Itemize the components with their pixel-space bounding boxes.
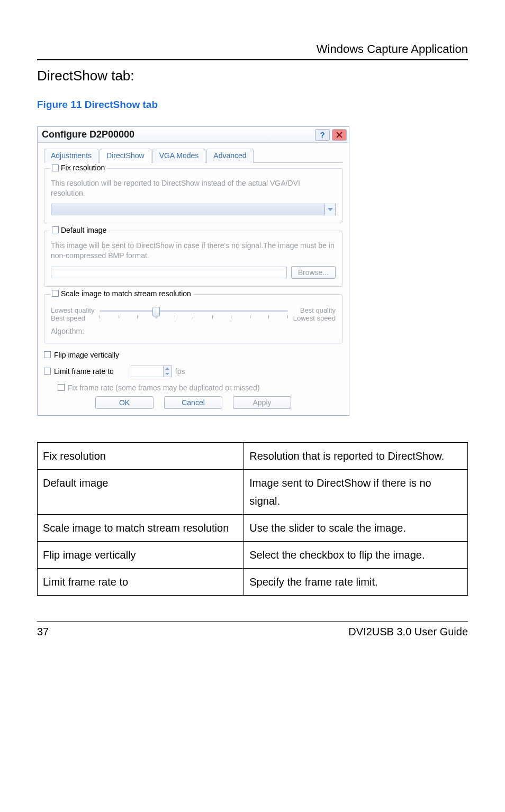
default-image-checkbox[interactable]: [52, 226, 59, 233]
figure-caption: Figure 11 DirectShow tab: [37, 99, 468, 111]
tab-directshow[interactable]: DirectShow: [100, 149, 151, 163]
chevron-up-icon[interactable]: [164, 366, 172, 371]
scale-image-legend: Scale image to match stream resolution: [61, 289, 191, 298]
default-image-legend: Default image: [61, 226, 106, 234]
tab-adjustments[interactable]: Adjustments: [44, 149, 98, 163]
table-row: Limit frame rate toSpecify the frame rat…: [38, 568, 468, 595]
fix-resolution-group: Fix resolution This resolution will be r…: [44, 168, 342, 223]
scale-right-top: Best quality: [300, 306, 336, 314]
cancel-button[interactable]: Cancel: [164, 396, 222, 409]
scale-left-top: Lowest quality: [51, 306, 94, 314]
browse-button[interactable]: Browse...: [291, 266, 336, 279]
page-number: 37: [37, 626, 49, 638]
table-row: Flip image verticallySelect the checkbox…: [38, 541, 468, 568]
footer-guide: DVI2USB 3.0 User Guide: [348, 626, 468, 638]
fix-frame-rate-label: Fix frame rate (some frames may be dupli…: [68, 384, 260, 392]
scale-left-bottom: Best speed: [51, 314, 85, 322]
apply-button[interactable]: Apply: [233, 396, 291, 409]
slider-thumb[interactable]: [152, 307, 160, 316]
fix-resolution-combo[interactable]: [51, 204, 336, 215]
configure-dialog: Configure D2P00000 ? Adjustments DirectS…: [37, 126, 349, 416]
default-image-path-input[interactable]: [51, 267, 287, 278]
limit-frame-rate-checkbox[interactable]: [44, 368, 51, 375]
tab-strip: Adjustments DirectShow VGA Modes Advance…: [44, 148, 342, 163]
help-icon[interactable]: ?: [315, 129, 330, 141]
algorithm-label: Algorithm:: [51, 327, 336, 335]
chevron-down-icon[interactable]: [164, 371, 172, 377]
scale-image-checkbox[interactable]: [52, 290, 59, 297]
table-row: Scale image to match stream resolutionUs…: [38, 514, 468, 541]
frame-rate-stepper[interactable]: [131, 366, 172, 377]
limit-frame-rate-label: Limit frame rate to: [54, 367, 114, 376]
tab-advanced[interactable]: Advanced: [206, 149, 253, 163]
table-row: Fix resolutionResolution that is reporte…: [38, 442, 468, 469]
default-image-group: Default image This image will be sent to…: [44, 231, 342, 287]
default-image-desc: This image will be sent to DirectShow in…: [51, 241, 336, 261]
tab-vgamodes[interactable]: VGA Modes: [152, 149, 206, 163]
fps-label: fps: [175, 367, 185, 376]
titlebar: Configure D2P00000 ?: [38, 127, 349, 143]
table-row: Default imageImage sent to DirectShow if…: [38, 469, 468, 514]
fix-frame-rate-checkbox[interactable]: [58, 384, 65, 391]
flip-image-checkbox[interactable]: [44, 351, 51, 358]
fix-resolution-checkbox[interactable]: [52, 165, 59, 171]
explanation-table: Fix resolutionResolution that is reporte…: [37, 442, 468, 596]
ok-button[interactable]: OK: [95, 396, 154, 409]
dialog-title: Configure D2P00000: [38, 129, 315, 140]
header-title: Windows Capture Application: [37, 42, 468, 59]
fix-resolution-legend: Fix resolution: [61, 163, 105, 172]
scale-right-bottom: Lowest speed: [293, 314, 336, 322]
chevron-down-icon[interactable]: [325, 204, 336, 215]
fix-resolution-desc: This resolution will be reported to Dire…: [51, 178, 336, 198]
scale-image-group: Scale image to match stream resolution L…: [44, 294, 342, 343]
scale-slider[interactable]: [100, 307, 287, 322]
close-icon[interactable]: [332, 129, 347, 141]
section-title: DirectShow tab:: [37, 68, 468, 84]
flip-image-label: Flip image vertically: [54, 351, 119, 359]
